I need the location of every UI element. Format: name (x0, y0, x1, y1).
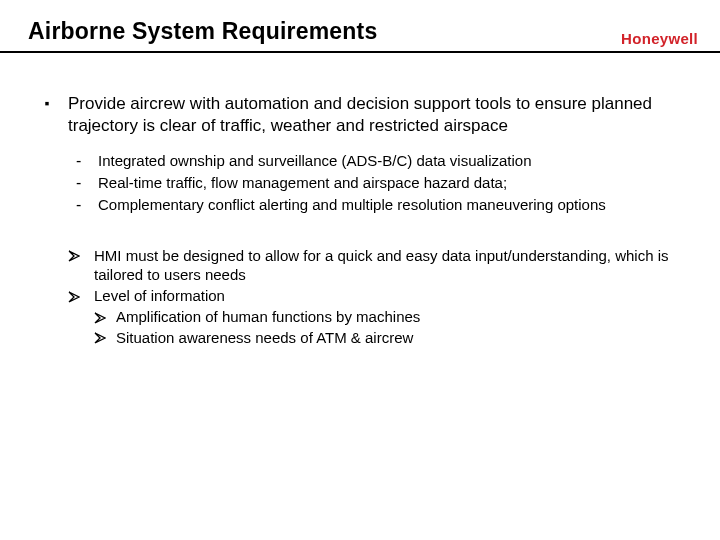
arrow-bullet-text: HMI must be designed to allow for a quic… (94, 246, 680, 284)
nested-arrow-bullet: Situation awareness needs of ATM & aircr… (94, 328, 680, 347)
nested-arrow-text: Amplification of human functions by mach… (116, 307, 680, 326)
sub-bullet: - Complementary conflict alerting and mu… (76, 195, 680, 215)
slide-title: Airborne System Requirements (28, 18, 692, 45)
square-bullet-icon: ▪ (40, 93, 54, 137)
sub-bullet: - Real-time traffic, flow management and… (76, 173, 680, 193)
sub-bullet: - Integrated ownship and surveillance (A… (76, 151, 680, 171)
bullet-level1: ▪ Provide aircrew with automation and de… (40, 93, 680, 137)
honeywell-logo: Honeywell (621, 30, 698, 47)
arrow-icon (68, 286, 84, 305)
sub-bullet-text: Integrated ownship and surveillance (ADS… (98, 151, 680, 171)
dash-icon: - (76, 151, 88, 171)
slide-header: Airborne System Requirements Honeywell (0, 0, 720, 51)
nested-arrow-bullet: Amplification of human functions by mach… (94, 307, 680, 326)
dash-icon: - (76, 173, 88, 193)
arrow-icon (94, 328, 110, 347)
slide-body: ▪ Provide aircrew with automation and de… (0, 53, 720, 347)
arrow-bullet: HMI must be designed to allow for a quic… (68, 246, 680, 284)
bullet-text: Provide aircrew with automation and deci… (68, 93, 680, 137)
sub-bullet-text: Complementary conflict alerting and mult… (98, 195, 680, 215)
dash-icon: - (76, 195, 88, 215)
arrow-icon (68, 246, 84, 284)
arrow-icon (94, 307, 110, 326)
arrow-bullet-text: Level of information (94, 286, 680, 305)
nested-arrow-text: Situation awareness needs of ATM & aircr… (116, 328, 680, 347)
arrow-bullet: Level of information (68, 286, 680, 305)
sub-bullet-group: - Integrated ownship and surveillance (A… (76, 151, 680, 216)
sub-bullet-text: Real-time traffic, flow management and a… (98, 173, 680, 193)
